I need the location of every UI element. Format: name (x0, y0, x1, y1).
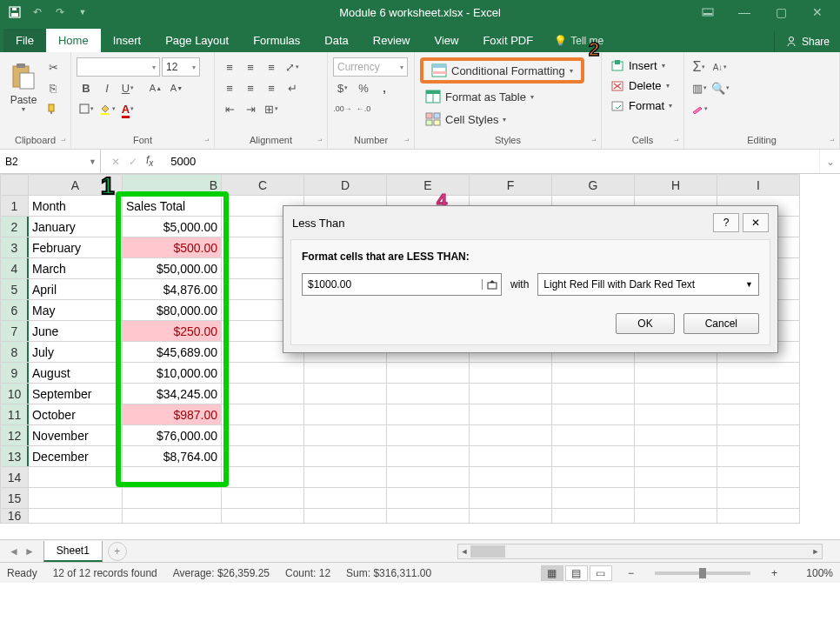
cell-I14[interactable] (717, 467, 800, 488)
decrease-font-icon[interactable]: A▼ (167, 78, 186, 97)
cell-A4[interactable]: March (29, 258, 123, 279)
cell-C14[interactable] (222, 467, 304, 488)
page-layout-view-icon[interactable]: ▤ (565, 565, 588, 581)
cell-E11[interactable] (387, 404, 470, 425)
cell-B12[interactable]: $76,000.00 (123, 425, 222, 446)
cell-I10[interactable] (717, 384, 800, 404)
save-icon[interactable] (7, 4, 23, 20)
cell-B5[interactable]: $4,876.00 (123, 279, 222, 300)
cell-B7[interactable]: $250.00 (123, 321, 222, 342)
cell-D11[interactable] (304, 404, 387, 425)
row-header-10[interactable]: 10 (1, 384, 29, 404)
row-header-7[interactable]: 7 (1, 321, 29, 342)
cell-H11[interactable] (635, 404, 717, 425)
row-header-3[interactable]: 3 (1, 237, 29, 258)
font-size-combo[interactable]: 12▾ (162, 57, 200, 77)
row-header-13[interactable]: 13 (1, 446, 29, 467)
cell-D12[interactable] (304, 425, 387, 446)
cancel-button[interactable]: Cancel (683, 313, 759, 334)
decrease-indent-icon[interactable]: ⇤ (220, 99, 239, 118)
zoom-in-icon[interactable]: + (771, 567, 777, 579)
cell-B13[interactable]: $8,764.00 (123, 446, 222, 467)
cell-A7[interactable]: June (29, 321, 123, 342)
align-left-icon[interactable]: ≡ (220, 78, 239, 97)
align-right-icon[interactable]: ≡ (262, 78, 281, 97)
normal-view-icon[interactable]: ▦ (541, 565, 563, 581)
column-header-I[interactable]: I (717, 175, 800, 196)
tab-review[interactable]: Review (361, 29, 423, 52)
tab-view[interactable]: View (422, 29, 470, 52)
cell-B10[interactable]: $34,245.00 (123, 384, 222, 404)
cell-A10[interactable]: September (29, 384, 123, 404)
cell-E13[interactable] (387, 446, 470, 467)
ribbon-options-icon[interactable] (690, 2, 725, 23)
cell-E10[interactable] (387, 384, 470, 404)
cell-A15[interactable] (29, 488, 123, 509)
cell-A11[interactable]: October (29, 404, 123, 425)
row-header-15[interactable]: 15 (1, 488, 29, 509)
qat-dropdown-icon[interactable]: ▼ (75, 4, 90, 20)
cell-G9[interactable] (552, 363, 635, 384)
zoom-out-icon[interactable]: − (628, 567, 634, 579)
sheet-nav-prev-icon[interactable]: ◄ (9, 545, 19, 558)
cell-C9[interactable] (222, 363, 304, 384)
cancel-formula-icon[interactable]: ✕ (111, 156, 120, 168)
cell-I13[interactable] (717, 446, 800, 467)
tab-insert[interactable]: Insert (101, 29, 154, 52)
cell-I12[interactable] (717, 425, 800, 446)
cell-H14[interactable] (635, 467, 717, 488)
tab-home[interactable]: Home (46, 29, 101, 52)
increase-indent-icon[interactable]: ⇥ (241, 99, 260, 118)
cell-H9[interactable] (635, 363, 717, 384)
column-header-F[interactable]: F (470, 175, 552, 196)
cell-A12[interactable]: November (29, 425, 123, 446)
column-header-G[interactable]: G (552, 175, 635, 196)
sheet-tab-sheet1[interactable]: Sheet1 (43, 541, 103, 562)
cell-H10[interactable] (635, 384, 717, 404)
cell-G12[interactable] (552, 425, 635, 446)
cell-F11[interactable] (470, 404, 552, 425)
column-header-D[interactable]: D (304, 175, 387, 196)
font-color-button[interactable]: A (118, 99, 137, 118)
row-header-6[interactable]: 6 (1, 300, 29, 321)
tell-me[interactable]: 💡 Tell me (545, 30, 612, 52)
cell-A9[interactable]: August (29, 363, 123, 384)
cell-C10[interactable] (222, 384, 304, 404)
cell-D10[interactable] (304, 384, 387, 404)
align-top-icon[interactable]: ≡ (220, 57, 239, 77)
format-painter-icon[interactable] (43, 99, 63, 118)
cell-I11[interactable] (717, 404, 800, 425)
name-box[interactable]: B2 ▼ (0, 150, 101, 173)
cell-F14[interactable] (470, 467, 552, 488)
row-header-9[interactable]: 9 (1, 363, 29, 384)
conditional-formatting-button[interactable]: Conditional Formatting ▾ (426, 61, 578, 80)
cell-B8[interactable]: $45,689.00 (123, 342, 222, 363)
cell-B11[interactable]: $987.00 (123, 404, 222, 425)
font-name-combo[interactable]: ▾ (77, 57, 160, 77)
zoom-slider[interactable] (655, 571, 750, 575)
cell-G13[interactable] (552, 446, 635, 467)
cell-B3[interactable]: $500.00 (123, 237, 222, 258)
minimize-icon[interactable]: — (727, 2, 762, 23)
row-header-5[interactable]: 5 (1, 279, 29, 300)
redo-icon[interactable]: ↷ (52, 4, 68, 20)
cell-B9[interactable]: $10,000.00 (123, 363, 222, 384)
name-box-dropdown-icon[interactable]: ▼ (89, 157, 97, 166)
cell-E14[interactable] (387, 467, 470, 488)
row-header-11[interactable]: 11 (1, 404, 29, 425)
scroll-right-icon[interactable]: ► (810, 547, 822, 556)
scroll-thumb[interactable] (470, 545, 505, 558)
fill-color-button[interactable] (97, 99, 117, 118)
close-icon[interactable]: ✕ (800, 2, 835, 23)
increase-decimal-icon[interactable]: .00→ (333, 99, 352, 118)
find-select-icon[interactable]: 🔍 (710, 78, 730, 97)
cell-I9[interactable] (717, 363, 800, 384)
clear-icon[interactable] (690, 99, 709, 118)
cell-A13[interactable]: December (29, 446, 123, 467)
cell-A6[interactable]: May (29, 300, 123, 321)
row-header-1[interactable]: 1 (1, 196, 29, 217)
sort-filter-icon[interactable]: A↓ (710, 57, 730, 77)
cell-D14[interactable] (304, 467, 387, 488)
sheet-nav-next-icon[interactable]: ► (24, 545, 35, 558)
cell-F12[interactable] (470, 425, 552, 446)
